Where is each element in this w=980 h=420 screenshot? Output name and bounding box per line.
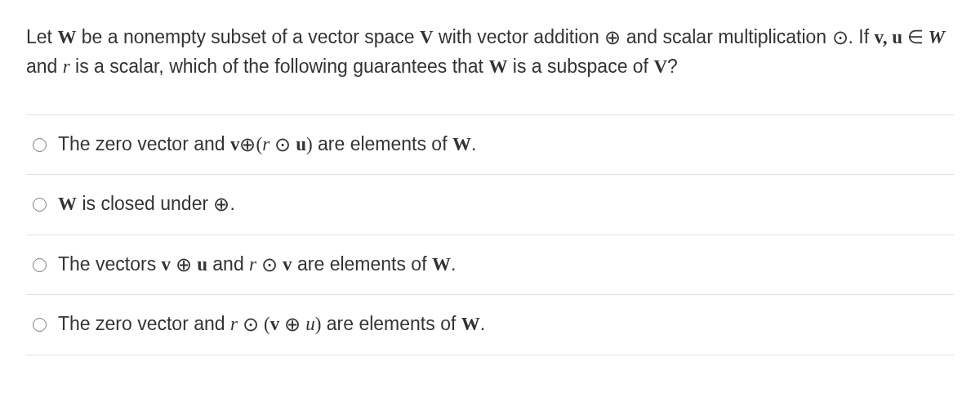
var-W: W	[58, 194, 77, 214]
text: be a nonempty subset of a vector space	[76, 26, 420, 47]
odot-icon: ⊙	[256, 253, 283, 275]
var-W: W	[57, 27, 76, 47]
option-label: W is closed under ⊕.	[58, 190, 235, 219]
option-label: The zero vector and r ⊙ (v ⊕ u) are elem…	[58, 310, 485, 339]
text: and	[26, 56, 63, 77]
oplus-icon: ⊕	[213, 194, 229, 216]
text: and	[207, 253, 249, 275]
text: The vectors	[58, 253, 162, 275]
var-W: W	[929, 27, 945, 47]
var-u: u	[296, 134, 306, 154]
oplus-icon: ⊕	[604, 26, 621, 48]
option-label: The zero vector and v⊕(r ⊙ u) are elemen…	[58, 130, 476, 159]
var-r: r	[230, 314, 238, 334]
text: .	[229, 193, 234, 214]
oplus-icon: ⊕	[239, 133, 256, 155]
var-vu: v, u	[875, 27, 903, 47]
odot-icon: ⊙	[832, 26, 849, 48]
option-4[interactable]: The zero vector and r ⊙ (v ⊕ u) are elem…	[26, 295, 954, 355]
text: and scalar multiplication	[621, 26, 831, 47]
var-W: W	[432, 254, 451, 275]
var-v: v	[162, 254, 172, 275]
odot-icon: ⊙	[238, 313, 264, 335]
odot-icon: ⊙	[270, 133, 296, 155]
text: The zero vector and	[58, 133, 230, 154]
var-V: V	[420, 27, 434, 47]
var-W: W	[488, 56, 507, 77]
radio-icon	[33, 318, 47, 332]
var-v: v	[230, 134, 240, 154]
question-stem: Let W be a nonempty subset of a vector s…	[26, 23, 954, 82]
text: Let	[26, 26, 57, 47]
lparen: (	[256, 134, 262, 154]
var-r: r	[249, 254, 256, 275]
var-v: v	[283, 254, 292, 275]
in-symbol: ∈	[902, 27, 929, 47]
question-text: Let W be a nonempty subset of a vector s…	[26, 23, 954, 82]
var-W: W	[461, 314, 480, 334]
text: .	[480, 313, 485, 334]
radio-icon	[33, 138, 47, 152]
text: .	[451, 253, 456, 275]
radio-icon	[33, 258, 47, 272]
option-label: The vectors v ⊕ u and r ⊙ v are elements…	[58, 250, 456, 279]
oplus-icon: ⊕	[279, 313, 305, 335]
text: is closed under	[77, 193, 213, 214]
text: ?	[667, 56, 678, 77]
text: is a scalar, which of the following guar…	[70, 56, 489, 77]
text: .	[471, 133, 476, 154]
text: . If	[849, 26, 875, 47]
var-r: r	[63, 56, 70, 77]
text: are elements of	[313, 133, 452, 154]
oplus-icon: ⊕	[171, 253, 197, 275]
var-V: V	[653, 56, 667, 77]
rparen: )	[306, 134, 313, 154]
var-v: v	[270, 314, 280, 334]
text: The zero vector and	[58, 313, 230, 334]
option-2[interactable]: W is closed under ⊕.	[26, 175, 954, 235]
var-u: u	[305, 314, 315, 334]
text: with vector addition	[434, 26, 605, 47]
option-3[interactable]: The vectors v ⊕ u and r ⊙ v are elements…	[26, 235, 954, 295]
radio-icon	[33, 198, 47, 212]
lparen: (	[264, 314, 270, 334]
var-W: W	[452, 134, 471, 154]
option-1[interactable]: The zero vector and v⊕(r ⊙ u) are elemen…	[26, 115, 954, 175]
options-list: The zero vector and v⊕(r ⊙ u) are elemen…	[26, 114, 954, 355]
var-u: u	[197, 254, 207, 275]
text: are elements of	[321, 313, 461, 334]
text: are elements of	[292, 253, 432, 275]
var-r: r	[262, 134, 270, 154]
text: is a subspace of	[507, 56, 653, 77]
